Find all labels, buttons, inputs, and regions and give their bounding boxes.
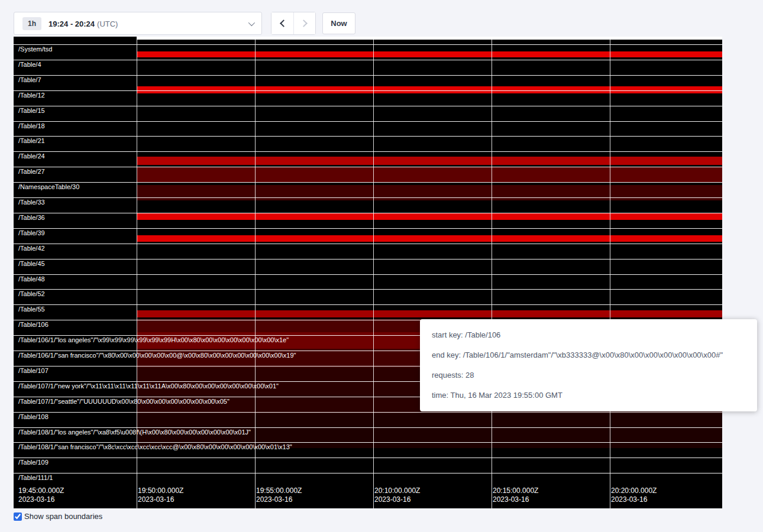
tooltip-start-key: start key: /Table/106 [432,325,745,345]
heat-band [137,310,722,317]
span-boundary-line [14,167,722,167]
tooltip-end-key: end key: /Table/106/1/"amsterdam"/"\xb33… [432,345,745,365]
span-label: /NamespaceTable/30 [18,183,79,191]
span-boundary-line [14,121,722,122]
span-boundary-line [14,259,722,259]
span-label: /Table/52 [18,290,45,298]
x-axis-tick: 20:10:00.000Z2023-03-16 [374,486,420,504]
span-label: /Table/111/1 [18,474,53,482]
heat-band [137,157,722,165]
span-boundary-line [14,244,722,244]
span-boundary-line [14,427,722,428]
span-label: /Table/109 [18,459,49,466]
range-text: 19:24 - 20:24(UTC) [49,18,118,29]
prev-range-button[interactable] [271,12,293,34]
span-label: /Table/106 [18,321,49,329]
heat-band [137,235,722,242]
span-label: /Table/27 [18,168,45,176]
span-boundary-line [14,473,722,473]
heat-band [137,185,722,200]
span-label: /Table/108/1/"los angeles"/"\xa8\xf5\u00… [18,429,251,436]
key-visualizer-page: 1h 19:24 - 20:24(UTC) Now /System/tsd/Ta… [0,0,763,532]
span-boundary-line [14,106,722,106]
span-boundary-line [14,289,722,290]
span-boundary-line [14,228,722,229]
span-label: /Table/106/1/"san francisco"/"\x80\x00\x… [18,352,296,359]
chevron-left-icon [280,20,287,27]
now-button[interactable]: Now [322,12,355,34]
heat-band [137,51,722,57]
span-label: /Table/48 [18,275,45,283]
span-boundary-line [14,60,722,60]
x-axis-tick: 20:20:00.000Z2023-03-16 [611,486,657,504]
time-gridline [255,37,256,508]
span-label: /Table/7 [18,76,41,84]
heat-band [137,167,722,183]
span-label: /Table/36 [18,214,45,222]
span-boundary-line [14,304,722,305]
chevron-right-icon [300,20,308,27]
range-duration-badge: 1h [22,17,41,30]
span-label: /Table/18 [18,122,45,130]
range-timezone: (UTC) [97,20,118,28]
span-boundary-line [14,151,722,152]
span-label: /System/tsd [18,46,52,53]
span-boundary-line [14,182,722,183]
span-label: /Table/33 [18,199,45,206]
span-label: /Table/108 [18,413,49,421]
x-axis-tick: 19:45:00.000Z2023-03-16 [18,486,64,504]
span-boundary-line [14,442,722,443]
span-label: /Table/107/1/"seattle"/"UUUUUUD\x00\x80\… [18,398,229,406]
tooltip-requests: requests: 28 [432,365,745,385]
span-boundary-line [14,75,722,76]
heat-band [137,37,722,40]
span-label: /Table/55 [18,306,45,313]
range-nav-group [271,12,316,35]
span-label: /Table/107 [18,367,49,375]
span-boundary-line [14,136,722,137]
span-label: /Table/106/1/"los angeles"/"\x99\x99\x99… [18,336,289,344]
span-boundary-line [14,90,722,91]
span-boundary-line [14,274,722,275]
span-label: /Table/4 [18,61,41,69]
span-boundary-line [14,412,722,413]
time-gridline [373,37,374,508]
span-label: /Table/21 [18,137,45,145]
span-label: /Table/108/1/"san francisco"/"\x8c\xcc\x… [18,443,292,451]
span-label: /Table/45 [18,260,45,268]
span-label: /Table/15 [18,107,45,115]
time-gridline [610,37,610,508]
span-boundary-line [14,44,722,45]
span-label: /Table/42 [18,245,45,252]
time-range-picker[interactable]: 1h 19:24 - 20:24(UTC) [14,12,262,35]
span-boundary-line [14,213,722,213]
x-axis-tick: 20:15:00.000Z2023-03-16 [493,486,538,504]
span-tooltip: start key: /Table/106 end key: /Table/10… [420,319,757,411]
time-gridline [137,37,137,508]
time-gridline [492,37,492,508]
chevron-down-icon [248,19,255,25]
x-axis-tick: 19:55:00.000Z2023-03-16 [256,486,302,504]
span-label: /Table/24 [18,153,45,160]
key-visualizer-canvas[interactable]: /System/tsd/Table/4/Table/7/Table/12/Tab… [14,37,722,508]
span-label: /Table/39 [18,229,45,237]
range-label: 19:24 - 20:24 [49,20,95,28]
show-span-boundaries: Show span boundaries [14,512,102,521]
next-range-button[interactable] [293,12,315,34]
checkbox-label: Show span boundaries [24,512,102,521]
tooltip-time: time: Thu, 16 Mar 2023 19:55:00 GMT [432,385,745,406]
span-boundary-line [14,197,722,198]
span-label: /Table/107/1/"new york"/"\x11\x11\x11\x1… [18,382,279,390]
show-span-boundaries-checkbox[interactable] [14,512,22,521]
x-axis-tick: 19:50:00.000Z2023-03-16 [138,486,183,504]
span-label: /Table/12 [18,92,45,99]
heat-band [137,213,722,220]
span-boundary-line [14,458,722,458]
